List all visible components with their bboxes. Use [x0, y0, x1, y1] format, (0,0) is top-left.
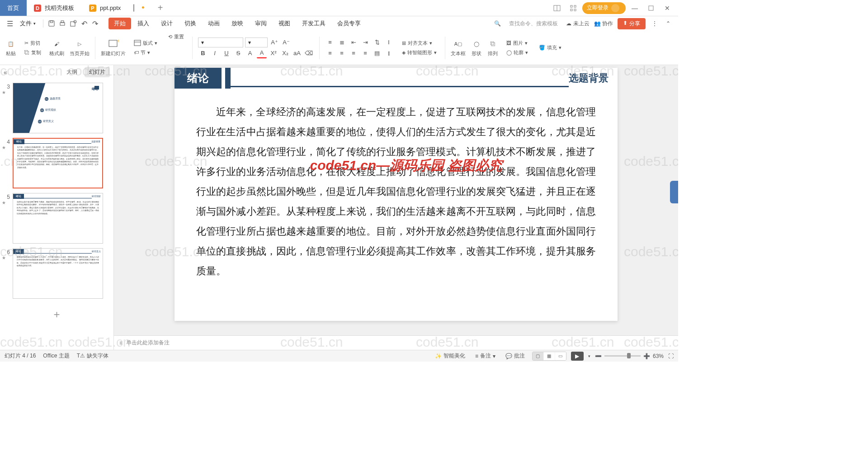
textbox-button[interactable]: A▢文本框	[451, 38, 466, 57]
smartart-button[interactable]: ◈ 转智能图形▾	[399, 48, 439, 57]
zoom-out-button[interactable]: ➖	[595, 353, 602, 359]
reading-view-button[interactable]: ▭	[555, 352, 566, 360]
bullets-button[interactable]: ≡	[325, 38, 335, 47]
apps-icon[interactable]	[566, 1, 580, 15]
minimize-button[interactable]: —	[627, 1, 642, 15]
text-direction-button[interactable]: Ⅰ	[384, 38, 394, 47]
underline-button[interactable]: U	[222, 48, 231, 58]
font-family-select[interactable]: ▾	[198, 38, 243, 47]
increase-font-icon[interactable]: A⁺	[269, 38, 279, 47]
tab-review[interactable]: 审阅	[250, 18, 272, 29]
redo-icon[interactable]: ↷	[90, 19, 99, 28]
current-slide[interactable]: 绪论 选题背景 近年来，全球经济的高速发展，在一定程度上，促进了互联网技术的发展…	[175, 68, 618, 321]
align-right-button[interactable]: ≡	[349, 48, 359, 58]
italic-button[interactable]: I	[210, 48, 220, 58]
align-text-button[interactable]: ⊞ 对齐文本▾	[399, 39, 439, 47]
new-slide-button[interactable]: +新建幻灯片	[101, 38, 126, 57]
slide-subtitle[interactable]: 选题背景	[569, 68, 618, 89]
tab-file[interactable]: P ppt.pptx •	[82, 0, 152, 16]
zoom-control[interactable]: ➖ ➕ 63%	[595, 353, 664, 359]
save-icon[interactable]	[47, 19, 56, 28]
strikethrough-button[interactable]: S	[233, 48, 243, 58]
fill-button[interactable]: 🪣 填充▾	[536, 43, 564, 52]
clear-format-button[interactable]: ⌫	[304, 48, 314, 58]
bold-button[interactable]: B	[198, 48, 208, 58]
beautify-button[interactable]: ✨ 智能美化	[432, 351, 468, 361]
slide-thumb-5[interactable]: 绪论研究现状 当前社会各行各业都需要更为高效，准确与自动化的信息化、科学化管理，…	[13, 193, 103, 244]
slide-body-text[interactable]: 近年来，全球经济的高速发展，在一定程度上，促进了互联网技术的发展，信息化管理行业…	[175, 89, 618, 295]
columns-button[interactable]: ▤	[372, 48, 382, 58]
notes-bar[interactable]: ≡ 单击此处添加备注	[114, 335, 678, 350]
outline-tab[interactable]: 大纲	[62, 67, 82, 77]
copy-button[interactable]: ⿻ 复制	[22, 48, 44, 57]
search-commands[interactable]: 查找命令、搜索模板	[505, 19, 561, 28]
align-left-button[interactable]: ≡	[325, 48, 335, 58]
highlight-button[interactable]: A	[245, 48, 255, 58]
reset-button[interactable]: ⟲ 重置	[165, 33, 187, 41]
share-button[interactable]: ⬆ 分享	[618, 18, 646, 29]
side-handle[interactable]	[670, 181, 678, 203]
change-case-button[interactable]: aA	[292, 48, 302, 58]
distribute-button[interactable]: ⫿	[384, 48, 394, 58]
zoom-in-button[interactable]: ➕	[643, 353, 650, 359]
zoom-slider[interactable]	[604, 355, 641, 357]
tab-animation[interactable]: 动画	[203, 18, 225, 29]
subscript-button[interactable]: X₂	[280, 48, 290, 58]
cloud-status[interactable]: ☁ 未上云	[566, 20, 589, 28]
arrange-button[interactable]: ⿻排列	[487, 38, 498, 57]
sorter-view-button[interactable]: ▦	[544, 352, 555, 360]
maximize-button[interactable]	[644, 1, 658, 15]
format-painter-button[interactable]: 🖌格式刷	[49, 38, 64, 57]
numbering-button[interactable]: ≣	[337, 38, 347, 47]
print-preview-icon[interactable]	[69, 19, 78, 28]
search-icon[interactable]: 🔍	[494, 20, 501, 27]
tab-member[interactable]: 会员专享	[332, 18, 366, 29]
more-icon[interactable]: ⋮	[650, 19, 659, 28]
slide-title[interactable]: 绪论	[175, 68, 222, 89]
tab-transition[interactable]: 切换	[179, 18, 202, 29]
slide-thumb-4[interactable]: 绪论选题背景 近年来，全球经济的高速发展，在一定程度上，促进了互联网技术的发展，…	[13, 138, 103, 188]
file-menu[interactable]: 文件▾	[16, 19, 39, 28]
collab-button[interactable]: 👥 协作	[594, 20, 613, 28]
collapse-ribbon-icon[interactable]: ⌃	[664, 19, 673, 28]
tab-insert[interactable]: 插入	[132, 18, 155, 29]
tab-view[interactable]: 视图	[273, 18, 296, 29]
shape-button[interactable]: ◯形状	[471, 38, 482, 57]
new-tab-button[interactable]: +	[152, 0, 169, 16]
login-button[interactable]: 立即登录	[582, 2, 626, 14]
section-button[interactable]: 🏷 节▾	[131, 48, 160, 57]
menu-icon[interactable]: ☰	[5, 19, 14, 28]
collapse-panel-icon[interactable]: «	[4, 69, 7, 76]
decrease-indent-button[interactable]: ⇤	[349, 38, 359, 47]
tab-start[interactable]: 开始	[108, 18, 131, 29]
line-spacing-button[interactable]: ⇅	[372, 38, 382, 47]
slideshow-button[interactable]: ▶	[571, 352, 584, 361]
slides-tab[interactable]: 幻灯片	[85, 67, 110, 77]
fit-window-button[interactable]: ⛶	[668, 353, 674, 359]
slide-canvas[interactable]: 绪论 选题背景 近年来，全球经济的高速发展，在一定程度上，促进了互联网技术的发展…	[114, 65, 678, 335]
slide-thumb-3[interactable]: 绪论 01选题背景 02研究现状 03研究意义	[13, 83, 103, 133]
print-icon[interactable]	[58, 19, 67, 28]
cut-button[interactable]: ✂ 剪切	[22, 39, 44, 47]
font-size-select[interactable]: ▾	[245, 38, 268, 47]
add-slide-button[interactable]: +	[48, 308, 66, 321]
layout-button[interactable]: 版式▾	[131, 39, 160, 47]
undo-icon[interactable]: ↶	[80, 19, 89, 28]
increase-indent-button[interactable]: ⇥	[360, 38, 370, 47]
window-layout-icon[interactable]	[550, 1, 564, 15]
decrease-font-icon[interactable]: A⁻	[281, 38, 291, 47]
tab-devtools[interactable]: 开发工具	[297, 18, 331, 29]
from-current-button[interactable]: ▷当页开始	[70, 38, 90, 57]
superscript-button[interactable]: X²	[269, 48, 278, 58]
comments-toggle[interactable]: 💬 批注	[503, 351, 528, 361]
zoom-value[interactable]: 63%	[653, 353, 664, 359]
tab-template[interactable]: D 找稻壳模板	[27, 0, 82, 16]
picture-button[interactable]: 🖼 图片▾	[504, 39, 531, 47]
close-button[interactable]: ✕	[660, 1, 675, 15]
font-color-button[interactable]: A	[257, 48, 267, 58]
align-center-button[interactable]: ≡	[337, 48, 347, 58]
paste-button[interactable]: 📋粘贴	[5, 38, 16, 57]
tab-design[interactable]: 设计	[156, 18, 178, 29]
presentation-mode-icon[interactable]	[133, 5, 134, 11]
notes-toggle[interactable]: ≡ 备注▾	[472, 351, 498, 361]
